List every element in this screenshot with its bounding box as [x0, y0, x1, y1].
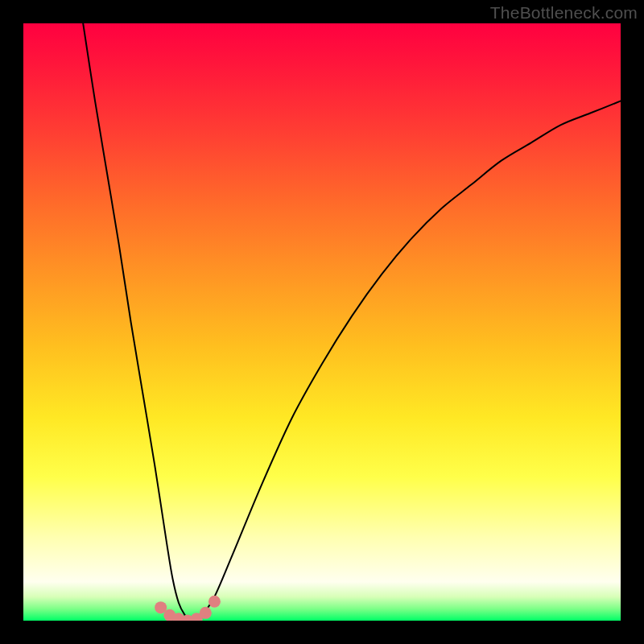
plot-area	[23, 23, 621, 621]
watermark-text: TheBottleneck.com	[490, 3, 638, 23]
floor-dot	[208, 596, 221, 608]
floor-dots-group	[155, 596, 221, 621]
floor-dot	[200, 607, 212, 619]
bottleneck-curve	[83, 23, 621, 621]
curve-svg	[23, 23, 621, 621]
chart-frame: TheBottleneck.com	[0, 0, 644, 644]
